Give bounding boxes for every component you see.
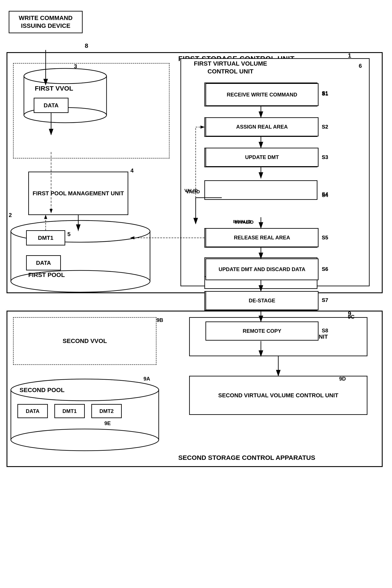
ref-9b: 9B <box>156 317 163 323</box>
s8-ref: S8 <box>322 327 328 334</box>
step-s5-box: RELEASE REAL AREA <box>206 228 318 247</box>
svg-point-13 <box>11 429 159 451</box>
step-s2-box: ASSIGN REAL AREA <box>206 117 318 136</box>
s3-label: UPDATE DMT <box>245 154 279 160</box>
ref-5: 5 <box>68 231 70 238</box>
s8-label: REMOTE COPY <box>243 328 281 334</box>
s7-ref: S7 <box>322 297 328 303</box>
ref-2: 2 <box>9 212 12 219</box>
step-s1-box: RECEIVE WRITE COMMAND <box>206 83 318 106</box>
first-vvol-label: FIRST VVOL <box>35 85 73 92</box>
diagram-container: WRITE COMMAND ISSUING DEVICE 8 FIRST STO… <box>0 0 392 588</box>
s1-ref: S1 <box>322 91 328 97</box>
s1-label: RECEIVE WRITE COMMAND <box>227 91 297 98</box>
data-box-pool: DATA <box>26 255 61 271</box>
s3-ref: S3 <box>322 154 328 160</box>
first-pool-label: FIRST POOL <box>28 272 65 279</box>
dmt1-box: DMT1 <box>26 230 65 246</box>
second-vvol-ctrl-label: SECOND VIRTUAL VOLUME CONTROL UNIT <box>218 391 338 399</box>
flow-s7-placeholder <box>204 180 318 200</box>
s2-ref: S2 <box>322 124 328 130</box>
step-s6-box: UPDATE DMT AND DISCARD DATA <box>206 259 318 280</box>
second-pool-items: DATA DMT1 DMT2 <box>18 404 122 418</box>
second-pool-dmt1: DMT1 <box>54 404 85 418</box>
ref-4: 4 <box>130 167 134 174</box>
ref-9d: 9D <box>339 376 346 382</box>
data-box-vvol: DATA <box>34 98 68 113</box>
ref-9a: 9A <box>144 376 150 382</box>
second-pool-dmt2: DMT2 <box>91 404 122 418</box>
s6-ref: S6 <box>322 266 328 272</box>
s5-ref: S5 <box>322 235 328 241</box>
s2-label: ASSIGN REAL AREA <box>236 124 288 130</box>
s6-label: UPDATE DMT AND DISCARD DATA <box>218 266 305 273</box>
valid-text: VALID <box>184 188 198 193</box>
write-cmd-device-label: WRITE COMMAND ISSUING DEVICE <box>19 14 72 29</box>
second-vvol-label: SECOND VVOL <box>62 337 107 344</box>
ref-6: 6 <box>359 62 362 69</box>
ref-8: 8 <box>85 42 88 49</box>
step-s3-box: UPDATE DMT <box>206 148 318 167</box>
first-vvol-cylinder <box>22 65 109 126</box>
s7-label: DE-STAGE <box>249 297 275 304</box>
second-pool-data: DATA <box>18 404 48 418</box>
ref-9e: 9E <box>104 420 111 426</box>
invalid-text: INVALID <box>233 219 251 224</box>
s4-ref: S4 <box>322 191 328 197</box>
write-command-device: WRITE COMMAND ISSUING DEVICE <box>9 11 82 33</box>
first-pool-mgmt: FIRST POOL MANAGEMENT UNIT <box>28 172 128 215</box>
step-s7-box: DE-STAGE <box>206 291 318 310</box>
second-vvol-box: SECOND VVOL <box>13 317 156 365</box>
first-pool-mgmt-label: FIRST POOL MANAGEMENT UNIT <box>32 189 124 197</box>
first-vvol-ctrl-label: FIRST VIRTUAL VOLUME CONTROL UNIT <box>187 60 274 76</box>
second-pool-label: SECOND POOL <box>20 387 64 394</box>
s5-label: RELEASE REAL AREA <box>234 235 290 241</box>
step-s8-box: REMOTE COPY <box>206 321 318 341</box>
second-storage-label: SECOND STORAGE CONTROL APPARATUS <box>178 454 315 461</box>
ref-9c: 9C <box>348 314 354 320</box>
